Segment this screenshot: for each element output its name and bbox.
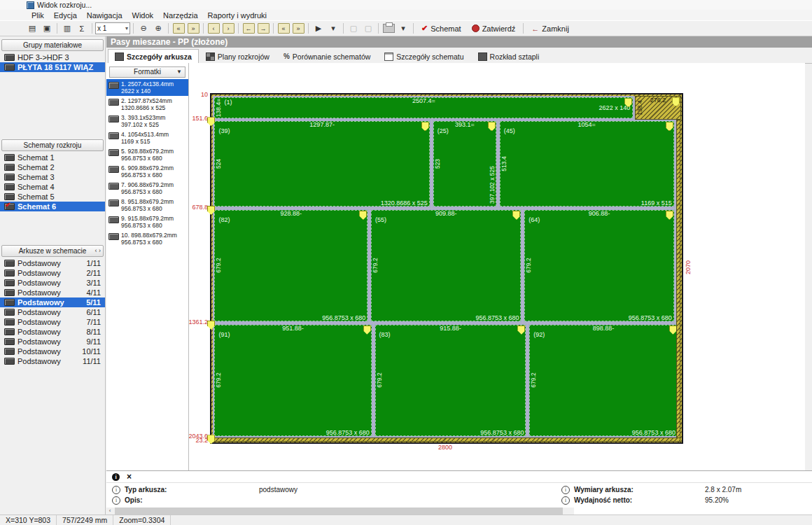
cut-piece[interactable]: 2507.4=(1)138.4=2622 x 140	[213, 96, 634, 119]
info-icon[interactable]: i	[112, 473, 120, 481]
schemas-header[interactable]: Schematy rozkroju	[1, 139, 104, 151]
zatwierdz-button[interactable]: Zatwierdź	[467, 22, 521, 36]
cut-piece[interactable]: 915.88-(83)679.2956.8753 x 680	[374, 323, 528, 438]
chevron-down-icon: ▾	[125, 25, 128, 31]
cut-piece[interactable]: 951.88-(91)679.2956.8753 x 680	[213, 323, 372, 438]
sum-sigma-button[interactable]: Σ	[75, 22, 89, 35]
formatka-item[interactable]: 10. 898.88x679.2mm956.8753 x 680	[106, 230, 188, 247]
sheet-item[interactable]: Podstawowy11/11	[0, 356, 105, 366]
tab-schema-details[interactable]: Szczegóły schematu	[377, 49, 470, 63]
menu-item-5[interactable]: Raporty i wydruki	[203, 10, 272, 20]
formatka-raw-size: 956.8753 x 680	[121, 205, 174, 212]
menu-item-3[interactable]: Widok	[127, 10, 159, 20]
cut-piece[interactable]: 393.1=(25)523397.102 x 525	[432, 120, 498, 208]
info-circle-icon[interactable]: i	[112, 496, 120, 505]
schema-item[interactable]: Schemat 6	[0, 202, 105, 211]
sheet-item[interactable]: Podstawowy3/11	[0, 278, 105, 288]
next-schema-button[interactable]: →	[256, 22, 270, 35]
group-first-icon: «	[278, 23, 290, 34]
summary-table-button[interactable]: ▥	[60, 22, 74, 35]
cut-piece[interactable]: 1054=(45)513.41169 x 515	[498, 120, 676, 208]
run-button[interactable]: ▶	[312, 22, 326, 35]
layout-canvas[interactable]: 2507.4=(1)138.4=2622 x 140276.2138.41297…	[189, 63, 805, 470]
formatka-item[interactable]: 6. 909.88x679.2mm956.8753 x 680	[106, 163, 188, 180]
formatka-item[interactable]: 5. 928.88x679.2mm956.8753 x 680	[106, 146, 188, 163]
first-group-button[interactable]: «	[276, 22, 290, 35]
formatka-item[interactable]: 2. 1297.87x524mm1320.8686 x 525	[106, 96, 188, 113]
material-groups-header[interactable]: Grupy materiałowe	[1, 39, 104, 51]
prev-schema-button[interactable]: ←	[241, 22, 255, 35]
sheet-item[interactable]: Podstawowy5/11	[0, 298, 105, 307]
formatka-item[interactable]: 4. 1054x513.4mm1169 x 515	[106, 130, 188, 146]
run-options-button[interactable]: ▾	[326, 22, 340, 35]
info-circle-icon[interactable]: i	[112, 486, 120, 494]
close-icon[interactable]: ×	[127, 472, 132, 481]
formatka-item[interactable]: 3. 393.1x523mm397.102 x 525	[106, 113, 188, 130]
formatki-header[interactable]: Formatki ▼	[109, 66, 186, 78]
formatka-item[interactable]: 7. 906.88x679.2mm956.8753 x 680	[106, 180, 188, 197]
split-view-button[interactable]: ▢	[361, 22, 375, 35]
cut-piece[interactable]: 909.88-(55)679.2956.8753 x 680	[370, 209, 522, 323]
last-sheet-button[interactable]: »	[186, 22, 200, 35]
tab-sheet-details[interactable]: Szczegóły arkusza	[108, 49, 199, 63]
material-group-item[interactable]: HDF 3->HDF 3	[0, 52, 105, 62]
menu-item-2[interactable]: Nawigacja	[82, 10, 127, 20]
zoom-out-button[interactable]: ⊖	[136, 22, 150, 35]
sheet-item[interactable]: Podstawowy10/11	[0, 346, 105, 356]
sheet-item[interactable]: Podstawowy4/11	[0, 288, 105, 298]
cut-piece[interactable]: 906.88-(64)679.2956.8753 x 680	[523, 209, 676, 323]
info-circle-icon[interactable]: i	[561, 496, 570, 505]
menu-item-0[interactable]: Plik	[27, 10, 49, 20]
zoom-in-button[interactable]: ⊕	[151, 22, 165, 35]
schema-item[interactable]: Schemat 3	[0, 172, 105, 182]
tab-layout-plans[interactable]: Plany rozkrojów	[199, 49, 276, 63]
formatka-item[interactable]: 9. 915.88x679.2mm956.8753 x 680	[106, 214, 188, 230]
zamknij-button[interactable]: ← Zamknij	[526, 22, 574, 36]
cut-piece[interactable]: 898.88-(92)679.2956.8753 x 680	[528, 323, 679, 438]
schema-item[interactable]: Schemat 2	[0, 162, 105, 172]
sheet-item[interactable]: Podstawowy7/11	[0, 317, 105, 327]
next-sheet-button[interactable]: ›	[221, 22, 235, 35]
material-group-item[interactable]: PŁYTA 18 5117 WIĄZ	[0, 62, 105, 72]
cut-piece[interactable]: 1297.87-(39)5241320.8686 x 525	[213, 120, 430, 208]
sheet-item[interactable]: Podstawowy1/11	[0, 258, 105, 268]
print-button[interactable]	[382, 22, 396, 35]
schemat-button[interactable]: ✔ Schemat	[416, 22, 466, 36]
title-bar: Widok rozkroju...	[0, 0, 812, 10]
schema-item[interactable]: Schemat 4	[0, 182, 105, 192]
print-options-button[interactable]: ▾	[396, 22, 410, 35]
save-button[interactable]: ▣	[40, 22, 54, 35]
cutting-sheet[interactable]: 2507.4=(1)138.4=2622 x 140276.2138.41297…	[210, 93, 683, 444]
prev-sheet-button[interactable]: ‹	[206, 22, 220, 35]
formatka-item[interactable]: 8. 951.88x679.2mm956.8753 x 680	[106, 197, 188, 214]
tab-bar: Szczegóły arkuszaPlany rozkrojów%Porówna…	[106, 48, 812, 64]
formatka-item[interactable]: 1. 2507.4x138.4mm2622 x 140	[106, 79, 188, 96]
scale-select[interactable]: x 1▾	[95, 22, 130, 34]
schema-item[interactable]: Schemat 1	[0, 153, 105, 162]
sheets-list: Podstawowy1/11Podstawowy2/11Podstawowy3/…	[0, 258, 105, 366]
piece-number-label: (92)	[533, 331, 545, 338]
horizontal-scrollbar[interactable]: ‹	[106, 507, 574, 514]
view-mode-button[interactable]: ▢	[346, 22, 360, 35]
toolbar-separator	[203, 23, 204, 34]
sheet-item[interactable]: Podstawowy2/11	[0, 268, 105, 278]
piece-raw-size-label: 1169 x 515	[641, 200, 672, 206]
first-sheet-button[interactable]: «	[172, 22, 186, 35]
menu-item-4[interactable]: Narzędzia	[158, 10, 203, 20]
scroll-left-icon[interactable]: ‹	[106, 507, 113, 514]
tab-stack-layout[interactable]: Rozkład sztapli	[471, 49, 547, 63]
menu-item-1[interactable]: Edycja	[49, 10, 82, 20]
cut-piece[interactable]: 928.88-(82)679.2956.8753 x 680	[213, 209, 369, 323]
sheet-item[interactable]: Podstawowy8/11	[0, 327, 105, 337]
sheet-item[interactable]: Podstawowy6/11	[0, 307, 105, 317]
sheets-nav-arrows-icon[interactable]: ‹ ›	[95, 246, 102, 256]
info-circle-icon[interactable]: i	[561, 486, 570, 494]
sheet-item[interactable]: Podstawowy9/11	[0, 337, 105, 346]
last-group-button[interactable]: »	[291, 22, 305, 35]
cut-marker-icon	[517, 326, 525, 335]
schema-item[interactable]: Schemat 5	[0, 192, 105, 202]
scrollbar-thumb[interactable]	[115, 507, 563, 514]
tab-compare-schemas[interactable]: %Porównanie schematów	[276, 49, 377, 63]
sheets-header[interactable]: Arkusze w schemacie ‹ ›	[1, 245, 104, 257]
report-view-button[interactable]: ▤	[25, 22, 39, 35]
